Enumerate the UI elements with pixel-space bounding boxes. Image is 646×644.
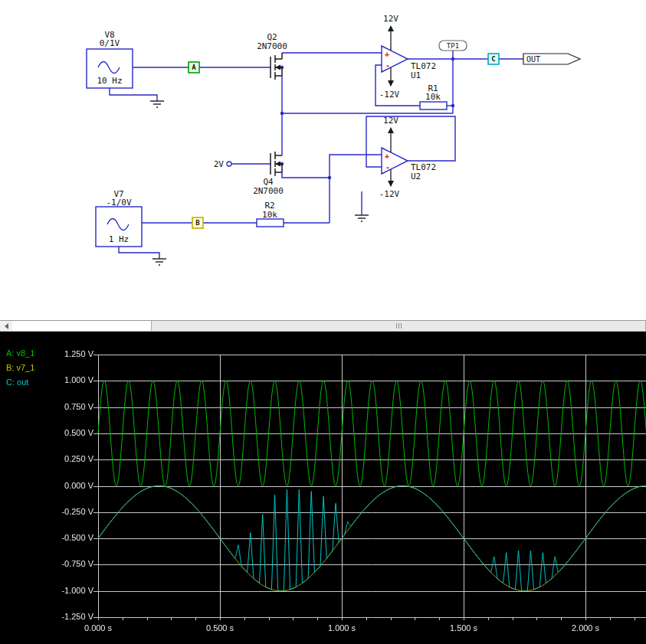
node-a[interactable]: A <box>189 62 199 73</box>
mosfet-arrow-icon <box>275 162 280 167</box>
wires[interactable] <box>110 51 523 259</box>
bias-terminal-2v[interactable]: 2V <box>214 159 231 169</box>
u1-vminus-label: -12V <box>379 90 400 100</box>
supply-arrow-up-icon <box>388 25 394 31</box>
ground-symbol-u2[interactable] <box>355 215 369 221</box>
r1-value-label: 10k <box>425 92 441 102</box>
ground-symbol-v8[interactable] <box>150 101 164 107</box>
transistor-q4[interactable]: Q4 2N7000 <box>253 152 284 196</box>
node-b[interactable]: B <box>192 217 203 228</box>
resistor-r1[interactable]: R1 10k <box>420 83 447 110</box>
q4-part-label: 2N7000 <box>253 186 284 196</box>
terminal-circle-icon <box>227 162 231 166</box>
node-a-label: A <box>192 64 196 71</box>
opamp-u2[interactable]: + - 12V -12V TL072 U2 <box>379 116 436 199</box>
node-c[interactable]: C <box>488 54 499 64</box>
u2-plus-input-label: + <box>385 152 389 160</box>
v7-range-label: -1/0V <box>106 198 131 208</box>
q2-part-label: 2N7000 <box>257 41 287 51</box>
supply-arrow-up-icon <box>388 127 394 133</box>
tp1-label: TP1 <box>447 42 459 50</box>
schematic-editor[interactable]: V8 0/1V 10 Hz A Q2 2N7000 Q4 2N7000 <box>0 0 646 320</box>
transistor-q2[interactable]: Q2 2N7000 <box>257 32 287 80</box>
supply-arrow-down-icon <box>388 181 394 187</box>
u1-vplus-label: 12V <box>383 14 398 24</box>
u2-vplus-label: 12V <box>383 116 398 126</box>
u2-name-label: U2 <box>411 172 421 181</box>
scrollbar-grip-icon <box>398 323 399 329</box>
out-label: OUT <box>526 55 540 64</box>
u1-minus-input-label: - <box>385 61 390 70</box>
source-v7[interactable]: V7 -1/0V 1 Hz <box>96 189 142 247</box>
schematic-canvas[interactable]: V8 0/1V 10 Hz A Q2 2N7000 Q4 2N7000 <box>0 0 646 320</box>
output-flag[interactable]: OUT <box>523 54 580 64</box>
u2-vminus-label: -12V <box>379 189 400 199</box>
v8-frequency-label: 10 Hz <box>97 76 122 86</box>
node-b-label: B <box>195 219 200 227</box>
supply-arrow-down-icon <box>388 80 394 87</box>
mosfet-arrow-icon <box>275 65 280 70</box>
source-v8[interactable]: V8 0/1V 10 Hz <box>87 30 133 88</box>
scrollbar-thumb[interactable] <box>151 321 646 331</box>
v7-frequency-label: 1 Hz <box>109 234 130 244</box>
resistor-r2[interactable]: R2 10k <box>257 201 284 227</box>
horizontal-scrollbar[interactable] <box>0 320 646 332</box>
oscilloscope-canvas <box>0 332 646 644</box>
u2-minus-input-label: - <box>385 163 390 172</box>
oscilloscope-panel: 1.250 V1.000 V0.750 V0.500 V0.250 V0.000… <box>0 332 646 644</box>
u1-plus-input-label: + <box>385 50 389 58</box>
ground-symbol-v7[interactable] <box>152 259 166 265</box>
u1-name-label: U1 <box>411 70 421 80</box>
r2-value-label: 10k <box>262 210 277 220</box>
v8-range-label: 0/1V <box>100 38 120 48</box>
scrollbar-track[interactable] <box>12 321 646 331</box>
testpoint-tp1[interactable]: TP1 <box>439 41 467 51</box>
node-c-label: C <box>491 55 495 63</box>
left-arrow-icon <box>5 323 8 329</box>
scrollbar-left-button[interactable] <box>0 321 12 331</box>
bias-label: 2V <box>214 159 225 169</box>
